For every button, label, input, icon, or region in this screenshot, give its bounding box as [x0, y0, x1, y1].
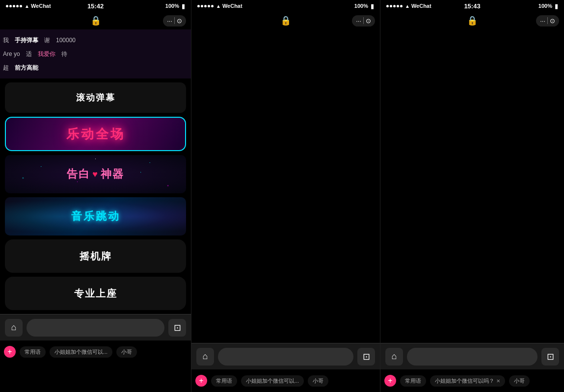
top-bar-1: 🔒 ··· ⊙: [0, 12, 191, 29]
quick-tag-text-1-2: 小姐姐加个微信可以...: [246, 378, 299, 384]
signal-2: [197, 5, 214, 7]
quick-tag-text-1-1: 小姐姐加个微信可以...: [54, 349, 107, 355]
danmaku-area-1: 我 手持弹幕 谢 100000 Are yo 适 我爱你 待 超 前方高能: [0, 29, 191, 78]
signal-3: [386, 5, 403, 7]
home-icon-2: ⌂: [203, 351, 208, 362]
share-icon-3: ⊡: [547, 351, 554, 362]
dot2-5: [211, 5, 214, 7]
battery-icon-2: ▮: [371, 2, 374, 10]
dot3-4: [397, 5, 399, 7]
dot2-2: [201, 5, 203, 7]
share-btn-2[interactable]: ⊡: [357, 348, 375, 366]
quick-add-btn-2[interactable]: +: [195, 375, 207, 387]
card-zhuanye-label: 专业上座: [74, 287, 117, 300]
status-bar-3: ▲ WeChat 15:43 100% ▮: [380, 0, 564, 12]
home-btn-3[interactable]: ⌂: [385, 348, 403, 366]
share-icon-1: ⊡: [174, 322, 181, 333]
quick-add-btn-3[interactable]: +: [384, 375, 396, 387]
d10: 前方高能: [15, 64, 38, 72]
quick-tag-text-2-3: 小哥: [514, 378, 525, 384]
card-yaoji[interactable]: 摇机牌: [5, 239, 186, 273]
wifi-icon-1: ▲: [25, 3, 29, 9]
quick-tag-2-2[interactable]: 小哥: [308, 375, 328, 387]
battery-percent-3: 100%: [538, 3, 552, 9]
dot5: [20, 5, 22, 7]
record-btn-1[interactable]: ⊙: [177, 17, 182, 25]
add-icon-2: +: [199, 376, 203, 385]
top-controls-2[interactable]: ··· ⊙: [352, 15, 375, 26]
share-icon-2: ⊡: [363, 351, 370, 362]
phone-panel-3: ▲ WeChat 15:43 100% ▮ 🔒 ··· ⊙ ⌂ ⊡ +: [380, 0, 564, 392]
card-zhuanye[interactable]: 专业上座: [5, 277, 186, 310]
status-left-3: ▲ WeChat: [386, 3, 431, 9]
card-music-label: 音乐跳动: [71, 209, 120, 224]
d9: 超: [3, 64, 9, 72]
time-3: 15:43: [464, 2, 480, 10]
time-1: 15:42: [87, 2, 104, 10]
card-music[interactable]: 音乐跳动: [5, 197, 186, 235]
home-icon-1: ⌂: [11, 322, 17, 333]
dot1: [6, 5, 8, 7]
share-btn-3[interactable]: ⊡: [541, 348, 559, 366]
quick-tag-1-2[interactable]: 小姐姐加个微信可以...: [241, 375, 304, 387]
card-danmaku-scroll-label: 滚动弹幕: [76, 92, 115, 104]
top-controls-1[interactable]: ··· ⊙: [163, 15, 186, 26]
quick-tag-0-2[interactable]: 常用语: [211, 375, 237, 387]
carrier-1: WeChat: [31, 3, 51, 9]
bottom-input-3[interactable]: [407, 348, 537, 366]
d3: 谢: [44, 36, 50, 45]
top-controls-3[interactable]: ··· ⊙: [536, 15, 559, 26]
gaobai-suffix: 神器: [101, 167, 124, 182]
dot2: [9, 5, 12, 7]
quick-reply-2: + 常用语 小姐姐加个微信可以... 小哥: [191, 369, 380, 392]
more-btn-3[interactable]: ···: [540, 17, 545, 25]
gaobai-text: 告白: [67, 167, 90, 182]
quick-tag-0-3[interactable]: 常用语: [400, 375, 426, 387]
card-ledong[interactable]: 乐动全场: [5, 117, 186, 151]
close-tag-icon-3[interactable]: ✕: [496, 378, 500, 384]
home-btn-2[interactable]: ⌂: [196, 348, 214, 366]
ctrl-divider-3: [547, 17, 548, 24]
status-right-2: 100% ▮: [354, 2, 374, 10]
bottom-input-1[interactable]: [27, 319, 164, 337]
more-btn-1[interactable]: ···: [167, 17, 172, 25]
share-btn-1[interactable]: ⊡: [168, 319, 186, 337]
status-right-3: 100% ▮: [538, 2, 558, 10]
quick-tag-text-0-1: 常用语: [25, 349, 41, 355]
signal-1: [6, 5, 22, 7]
danmaku-row-2: Are yo 适 我爱你 待: [3, 50, 188, 58]
dot4: [16, 5, 19, 7]
record-btn-2[interactable]: ⊙: [366, 17, 371, 25]
top-bar-3: 🔒 ··· ⊙: [380, 12, 564, 29]
danmaku-row-1: 我 手持弹幕 谢 100000: [3, 36, 188, 45]
dot3-3: [393, 5, 396, 7]
wifi-icon-2: ▲: [216, 3, 221, 9]
danmaku-row-3: 超 前方高能: [3, 64, 188, 72]
add-icon-3: +: [388, 376, 392, 385]
battery-icon-3: ▮: [555, 2, 558, 10]
record-btn-3[interactable]: ⊙: [550, 17, 555, 25]
quick-tag-1-1[interactable]: 小姐姐加个微信可以...: [50, 346, 112, 358]
quick-add-btn-1[interactable]: +: [4, 346, 16, 358]
status-bar-2: ▲ WeChat 100% ▮: [191, 0, 380, 12]
quick-tag-1-3[interactable]: 小姐姐加个微信可以吗？ ✕: [430, 375, 505, 387]
dot3-2: [390, 5, 392, 7]
bottom-bar-1: ⌂ ⊡: [0, 314, 191, 340]
status-right-1: 100% ▮: [165, 2, 185, 10]
more-btn-2[interactable]: ···: [356, 17, 361, 25]
quick-tag-2-1[interactable]: 小哥: [116, 346, 137, 358]
home-btn-1[interactable]: ⌂: [5, 319, 23, 337]
card-gaobai[interactable]: 告白 ♥ 神器: [5, 155, 186, 193]
quick-tag-0-1[interactable]: 常用语: [20, 346, 46, 358]
card-danmaku-scroll[interactable]: 滚动弹幕: [5, 82, 186, 113]
wifi-icon-3: ▲: [405, 3, 410, 9]
bottom-input-2[interactable]: [218, 348, 353, 366]
lock-icon-3: 🔒: [467, 15, 478, 26]
status-left-1: ▲ WeChat: [6, 3, 51, 9]
bottom-bar-3: ⌂ ⊡: [380, 343, 564, 369]
content-area-1: 滚动弹幕 乐动全场 告白 ♥ 神器 音乐跳动 摇机牌 专业上座: [0, 78, 191, 314]
gaobai-heart: ♥: [92, 169, 99, 180]
dot2-3: [204, 5, 207, 7]
bottom-bar-2: ⌂ ⊡: [191, 343, 380, 369]
quick-tag-2-3[interactable]: 小哥: [509, 375, 530, 387]
